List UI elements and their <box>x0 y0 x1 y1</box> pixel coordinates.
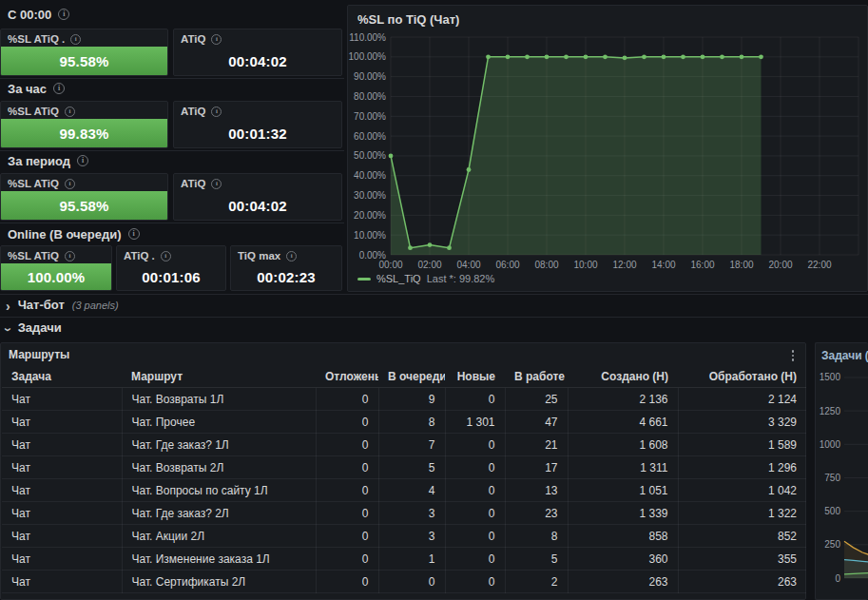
row-header-chatbot[interactable]: › Чат-бот (3 panels) <box>6 298 119 315</box>
column-header[interactable]: Маршрут <box>122 366 316 388</box>
table-cell: 0 <box>445 388 505 411</box>
sl-chart-legend[interactable]: %SL_TiQ Last *: 99.82% <box>357 273 494 284</box>
info-icon[interactable]: i <box>286 251 297 261</box>
info-icon[interactable]: i <box>65 251 75 261</box>
section-label: Online (В очереди) <box>8 227 122 242</box>
chevron-right-icon: › <box>6 300 10 313</box>
svg-text:1250: 1250 <box>820 406 841 416</box>
table-row: ЧатЧат. Изменение заказа 1Л0105360355 <box>2 548 806 571</box>
table-cell: 0 <box>445 456 505 479</box>
column-header[interactable]: В работе <box>505 366 568 388</box>
info-icon[interactable]: i <box>77 155 88 166</box>
table-cell: Чат. Где заказ? 1Л <box>122 434 316 456</box>
row-header-tasks[interactable]: › Задачи <box>6 320 62 338</box>
tasks-chart-title[interactable]: Задачи (Чат) <box>821 349 868 362</box>
panel-menu-icon[interactable] <box>786 348 800 363</box>
table-cell: 1 296 <box>678 456 806 479</box>
table-row: ЧатЧат. Возвраты 2Л050171 3111 296 <box>2 456 806 479</box>
row-divider <box>0 294 868 295</box>
tasks-timeseries-chart: 0250500750100012501500 <box>816 343 868 600</box>
info-icon[interactable]: i <box>65 179 75 189</box>
column-header[interactable]: В очереди ↓ <box>378 366 445 388</box>
table-cell: 0 <box>445 571 505 593</box>
svg-text:110.00%: 110.00% <box>349 32 386 43</box>
table-cell: 1 <box>378 548 445 571</box>
table-cell: 7 <box>378 434 445 456</box>
svg-text:20.00%: 20.00% <box>354 210 386 221</box>
legend-swatch-green <box>357 278 371 281</box>
svg-text:250: 250 <box>824 539 840 550</box>
stat-title: ATiQ <box>181 178 205 189</box>
table-cell: 47 <box>505 411 568 434</box>
legend-series-name[interactable]: %SL_TiQ <box>376 273 421 284</box>
table-cell: 0 <box>445 434 505 456</box>
column-header[interactable]: Создано (Н) <box>568 366 678 388</box>
routes-table-body: ЧатЧат. Возвраты 1Л090252 1362 124ЧатЧат… <box>2 388 806 593</box>
column-header[interactable]: Отложены <box>316 366 378 388</box>
stat-value-bar: 95.58% <box>1 47 167 75</box>
section-label: За час <box>8 82 47 96</box>
table-cell: Чат <box>2 456 122 479</box>
table-cell: 13 <box>505 479 568 502</box>
routes-table-panel: Маршруты ЗадачаМаршрутОтложеныВ очереди … <box>0 342 806 600</box>
info-icon[interactable]: i <box>128 228 140 240</box>
column-header[interactable]: Обработано (Н) <box>678 366 806 388</box>
info-icon[interactable]: i <box>70 34 81 45</box>
table-cell: 1 042 <box>678 479 806 502</box>
table-cell: 0 <box>445 525 505 548</box>
stat-value: 00:01:32 <box>174 119 341 147</box>
table-cell: 21 <box>505 434 568 456</box>
stat-value: 00:01:06 <box>117 263 225 290</box>
section-header-from-midnight[interactable]: С 00:00 i <box>8 7 69 22</box>
svg-text:50.00%: 50.00% <box>354 150 386 161</box>
stat-value: 00:04:02 <box>174 191 341 220</box>
section-header-hour[interactable]: За час i <box>8 81 65 96</box>
tasks-chart-panel: Задачи (Чат) 0250500750100012501500 <box>815 342 868 600</box>
stat-panel-sl-atiq-midnight: %SL ATiQ .i 95.58% <box>0 29 168 76</box>
section-header-online[interactable]: Online (В очереди) i <box>8 226 140 242</box>
svg-text:100.00%: 100.00% <box>349 51 387 62</box>
svg-text:02:00: 02:00 <box>417 260 441 270</box>
svg-text:30.00%: 30.00% <box>354 190 386 201</box>
info-icon[interactable]: i <box>65 106 75 117</box>
table-cell: Чат. Возвраты 2Л <box>122 456 316 479</box>
table-cell: Чат. Сертификаты 2Л <box>122 571 316 593</box>
info-icon[interactable]: i <box>211 106 222 117</box>
info-icon[interactable]: i <box>211 179 222 189</box>
table-cell: 355 <box>678 548 806 571</box>
info-icon[interactable]: i <box>161 251 171 261</box>
table-cell: 0 <box>316 525 378 548</box>
column-header[interactable]: Задача <box>2 366 122 388</box>
svg-text:70.00%: 70.00% <box>354 111 386 122</box>
info-icon[interactable]: i <box>211 34 222 45</box>
svg-text:10.00%: 10.00% <box>354 230 386 241</box>
table-cell: 23 <box>505 502 568 525</box>
info-icon[interactable]: i <box>53 83 65 94</box>
svg-text:1500: 1500 <box>820 372 841 382</box>
table-cell: 3 <box>378 525 445 548</box>
stat-panel-atiq-hour: ATiQi 00:01:32 <box>173 101 342 148</box>
legend-last-value: Last *: 99.82% <box>427 273 495 284</box>
sl-chart-title[interactable]: %SL по TiQ (Чат) <box>357 12 459 27</box>
svg-text:16:00: 16:00 <box>690 260 714 270</box>
table-cell: Чат <box>2 548 122 571</box>
stat-value-bar: 99.83% <box>1 119 167 147</box>
section-header-period[interactable]: За период i <box>8 153 88 168</box>
column-header[interactable]: Новые <box>445 366 505 388</box>
table-cell: 9 <box>378 388 445 411</box>
table-cell: 8 <box>378 411 445 434</box>
routes-panel-title[interactable]: Маршруты <box>9 348 69 361</box>
row-divider <box>0 317 868 318</box>
chevron-down-icon: › <box>2 327 15 332</box>
table-cell: 0 <box>316 571 378 593</box>
stat-panel-sl-atiq-online: %SL ATiQi 100.00% <box>0 245 112 291</box>
table-cell: Чат. Изменение заказа 1Л <box>122 548 316 571</box>
stat-value-bar: 100.00% <box>1 263 111 290</box>
info-icon[interactable]: i <box>58 9 69 20</box>
stat-title: %SL ATiQ . <box>8 33 65 45</box>
table-cell: Чат <box>2 388 122 411</box>
stat-title: %SL ATiQ <box>8 178 59 189</box>
table-cell: Чат <box>2 525 122 548</box>
table-cell: 0 <box>316 411 378 434</box>
svg-text:00:00: 00:00 <box>378 260 402 270</box>
